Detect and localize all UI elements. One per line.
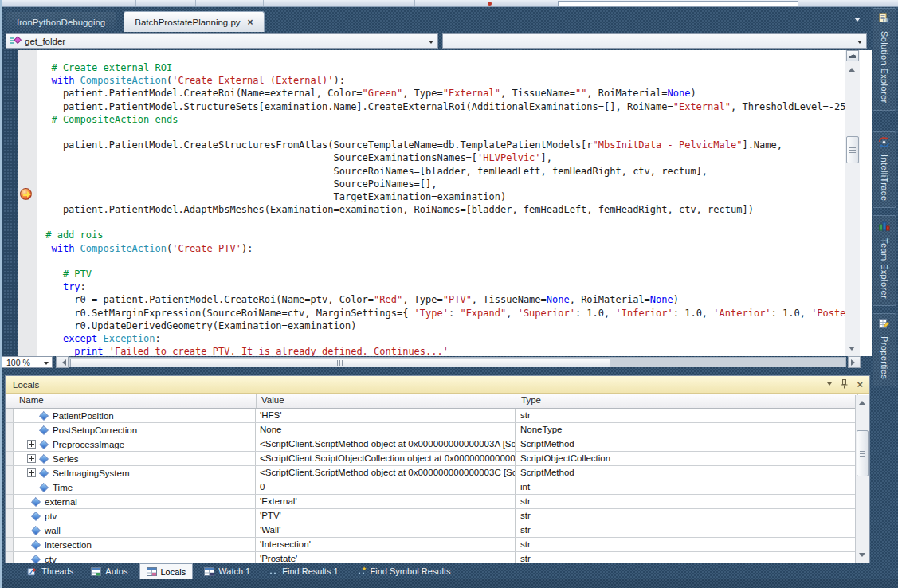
sidebar-tab-label: IntelliTrace	[880, 155, 889, 201]
cell-name: ptv	[14, 509, 256, 523]
editor-hscroll-row: 100 %	[0, 356, 872, 369]
cell-name: wall	[14, 523, 256, 537]
binoculars-icon	[268, 566, 278, 577]
sidebar-tab-team-explorer[interactable]: Team Explorer	[873, 215, 896, 306]
row-indicator	[6, 523, 14, 537]
row-indicator	[6, 509, 14, 523]
breakpoint-margin[interactable]	[18, 50, 37, 356]
code-area[interactable]: # Create external ROI with CompositeActi…	[37, 50, 845, 356]
variable-icon	[31, 511, 41, 520]
cell-type: ScriptMethod	[516, 437, 857, 451]
expand-icon[interactable]	[27, 454, 36, 463]
code-line: with CompositeAction('Create External (E…	[40, 74, 845, 87]
locals-row-ptv[interactable]: ptv'PTV'str	[6, 509, 869, 523]
tab-label: BatchProstatePlanning.py	[135, 18, 240, 27]
expand-icon[interactable]	[27, 468, 36, 477]
locals-row-PatientPosition[interactable]: PatientPosition'HFS'str	[6, 409, 869, 423]
cell-name: PostSetupCorrection	[14, 423, 256, 437]
cell-type: str	[516, 552, 857, 563]
table-watch-icon	[204, 566, 214, 577]
code-line: # add rois	[40, 229, 845, 241]
row-indicator	[6, 495, 14, 508]
locals-rows: PatientPosition'HFS'strPostSetupCorrecti…	[6, 409, 869, 563]
tab-ironpythondebugging[interactable]: IronPythonDebugging	[6, 12, 116, 32]
locals-row-PreprocessImage[interactable]: PreprocessImage<ScriptClient.ScriptMetho…	[6, 437, 869, 452]
vs-debugger-window: IronPythonDebugging BatchProstatePlannin…	[0, 0, 898, 588]
variable-name: Time	[53, 483, 73, 492]
locals-row-Series[interactable]: Series<ScriptClient.ScriptObjectCollecti…	[6, 452, 869, 466]
cell-type: NoneType	[516, 423, 857, 437]
locals-row-ctv[interactable]: ctv'Prostate'str	[6, 552, 869, 563]
tool-tab-watch-1[interactable]: Watch 1	[198, 564, 257, 579]
tool-tab-label: Autos	[105, 566, 127, 576]
tool-tab-label: Find Results 1	[282, 566, 338, 576]
type-dropdown[interactable]	[442, 33, 867, 49]
sidebar-tab-solution-explorer[interactable]: Solution Explorer	[873, 8, 896, 111]
pin-icon[interactable]	[841, 379, 848, 390]
zoom-dropdown[interactable]: 100 %	[2, 356, 53, 368]
tool-tab-threads[interactable]: Threads	[21, 564, 80, 579]
editor-hscroll-thumb[interactable]	[70, 359, 610, 367]
locals-row-PostSetupCorrection[interactable]: PostSetupCorrectionNoneNoneType	[6, 423, 869, 437]
cell-type: ScriptObjectCollection	[516, 452, 857, 465]
cell-type: str	[516, 409, 857, 422]
locals-row-Time[interactable]: Time0int	[6, 480, 869, 495]
tool-tab-find-symbol-results[interactable]: Find Symbol Results	[350, 564, 457, 579]
code-line: # Create external ROI	[40, 61, 845, 74]
tool-tab-locals[interactable]: Locals	[139, 563, 194, 579]
editor-left-margin	[0, 50, 18, 356]
tool-tab-label: Locals	[161, 567, 186, 577]
variable-name: intersection	[45, 540, 92, 550]
scroll-right-button[interactable]	[848, 356, 861, 368]
cell-name: SetImagingSystem	[14, 466, 256, 480]
method-dropdown[interactable]: get_folder	[6, 33, 438, 49]
editor-hscroll-track[interactable]	[69, 357, 846, 367]
toolbar-separator	[263, 0, 264, 6]
code-line: patient.PatientModel.CreateStructuresFro…	[40, 139, 845, 151]
code-line: r0 = patient.PatientModel.CreateRoi(Name…	[40, 293, 845, 306]
variable-name: PostSetupCorrection	[53, 425, 137, 435]
cell-name: ctv	[14, 552, 256, 563]
tab-overflow-chevron-icon[interactable]	[854, 18, 861, 25]
cell-type: str	[516, 538, 857, 551]
scroll-left-button[interactable]	[56, 356, 69, 368]
locals-row-SetImagingSystem[interactable]: SetImagingSystem<ScriptClient.ScriptMeth…	[6, 466, 869, 480]
sidebar-tab-intellitrace[interactable]: IntelliTrace	[873, 131, 896, 208]
row-indicator-header	[6, 394, 14, 408]
column-header-value[interactable]: Value	[257, 394, 516, 408]
tool-tab-autos[interactable]: Autos	[84, 564, 134, 579]
locals-row-wall[interactable]: wall'Wall'str	[6, 523, 869, 538]
chevron-down-icon	[429, 41, 433, 46]
cell-value: 'Prostate'	[256, 552, 516, 563]
column-header-name[interactable]: Name	[14, 394, 257, 408]
locals-row-external[interactable]: external'External'str	[6, 495, 869, 509]
toolbar-combobox[interactable]	[558, 1, 798, 7]
editor-splitter-handle[interactable]	[846, 50, 859, 61]
close-icon[interactable]: ×	[857, 380, 863, 390]
close-icon[interactable]: ×	[248, 18, 253, 26]
expand-icon[interactable]	[27, 440, 36, 449]
locals-vertical-scrollbar[interactable]	[855, 395, 869, 563]
cell-type: int	[516, 480, 857, 494]
editor-vscroll-thumb[interactable]	[846, 136, 859, 163]
scroll-down-icon[interactable]	[859, 553, 865, 560]
sidebar-tab-label: Solution Explorer	[880, 31, 889, 104]
code-line: SourcePoiNames=[],	[40, 178, 845, 190]
window-menu-icon[interactable]	[827, 382, 832, 388]
locals-vscroll-thumb[interactable]	[857, 430, 869, 476]
code-line	[40, 126, 845, 139]
row-indicator	[6, 466, 14, 480]
table-pink-icon	[147, 566, 157, 577]
scroll-up-icon[interactable]	[859, 398, 865, 405]
scroll-up-icon[interactable]	[849, 65, 855, 72]
tool-window-tabstrip: ThreadsAutosLocalsWatch 1Find Results 1F…	[0, 563, 898, 579]
locals-row-intersection[interactable]: intersection'Intersection'str	[6, 538, 869, 552]
tool-tab-find-results-1[interactable]: Find Results 1	[261, 564, 344, 579]
code-line: except Exception:	[40, 332, 845, 345]
variable-icon	[31, 554, 41, 563]
scroll-down-icon[interactable]	[849, 347, 855, 354]
column-header-type[interactable]: Type	[516, 394, 858, 408]
sidebar-tab-properties[interactable]: Properties	[873, 313, 896, 386]
editor-vertical-scrollbar[interactable]	[845, 50, 860, 356]
tab-batchprostateplanning[interactable]: BatchProstatePlanning.py ×	[124, 11, 264, 32]
